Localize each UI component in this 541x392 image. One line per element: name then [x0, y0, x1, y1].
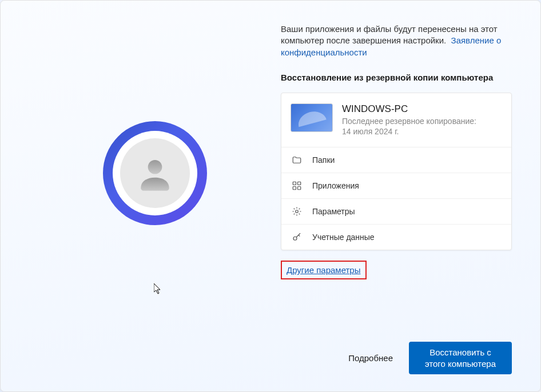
- svg-rect-1: [293, 182, 296, 185]
- restore-button[interactable]: Восстановить с этого компьютера: [409, 342, 512, 374]
- apps-icon: [292, 181, 302, 191]
- section-title: Восстановление из резервной копии компью…: [281, 73, 512, 82]
- backup-item-credentials[interactable]: Учетные данные: [281, 225, 511, 250]
- backup-date-label: Последнее резервное копирование:: [342, 116, 502, 126]
- item-label: Папки: [312, 155, 335, 165]
- desktop-thumbnail: [291, 103, 333, 132]
- item-label: Параметры: [312, 207, 355, 216]
- bottom-bar: Подробнее Восстановить с этого компьютер…: [281, 330, 512, 374]
- backup-header: WINDOWS-PC Последнее резервное копирован…: [281, 93, 511, 147]
- backup-item-folders[interactable]: Папки: [281, 147, 511, 173]
- backup-card[interactable]: WINDOWS-PC Последнее резервное копирован…: [281, 93, 512, 250]
- oobe-restore-window: Ваши приложения и файлы будут перенесены…: [0, 0, 541, 392]
- svg-point-5: [296, 210, 299, 213]
- cursor-icon: [154, 283, 163, 295]
- svg-rect-4: [298, 187, 301, 190]
- right-pane: Ваши приложения и файлы будут перенесены…: [281, 23, 512, 374]
- svg-point-0: [148, 160, 162, 174]
- backup-item-settings[interactable]: Параметры: [281, 199, 511, 225]
- svg-rect-2: [298, 182, 301, 185]
- gear-icon: [292, 206, 302, 217]
- more-link[interactable]: Подробнее: [348, 353, 393, 363]
- pc-name: WINDOWS-PC: [342, 103, 502, 115]
- description-text: Ваши приложения и файлы будут перенесены…: [281, 23, 512, 58]
- person-icon: [134, 152, 176, 194]
- other-options-link[interactable]: Другие параметры: [281, 261, 367, 279]
- svg-rect-3: [293, 187, 296, 190]
- left-pane: [29, 23, 281, 374]
- item-label: Приложения: [312, 181, 359, 190]
- backup-item-apps[interactable]: Приложения: [281, 173, 511, 199]
- user-avatar: [103, 121, 207, 225]
- item-label: Учетные данные: [312, 233, 375, 242]
- svg-point-6: [293, 237, 297, 240]
- folder-icon: [292, 155, 302, 165]
- backup-date: 14 июля 2024 г.: [342, 126, 502, 137]
- key-icon: [292, 232, 302, 242]
